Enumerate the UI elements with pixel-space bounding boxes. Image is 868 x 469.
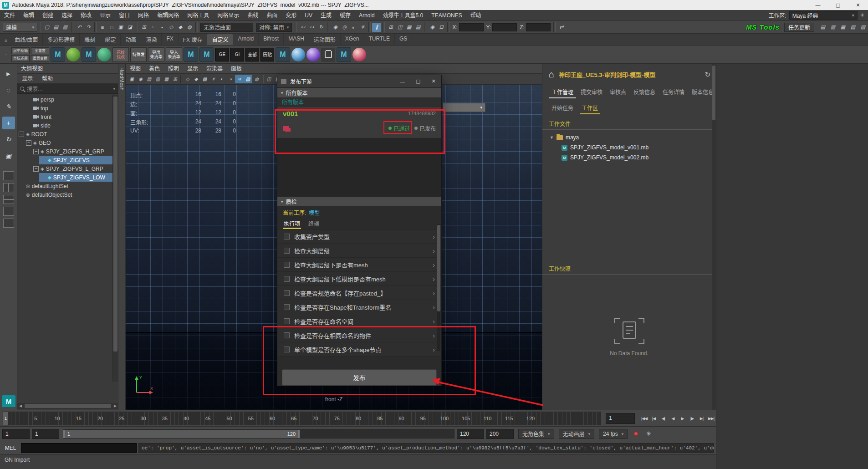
shelf-center-pivot-button[interactable]: 居中枢轴 坐标还原 bbox=[11, 47, 30, 62]
range-slider-handle[interactable]: 1 120 bbox=[63, 430, 300, 438]
layout-preset-button[interactable] bbox=[3, 219, 14, 228]
lock-camera-icon[interactable]: ◉ bbox=[136, 75, 145, 83]
chevron-right-icon[interactable]: › bbox=[433, 275, 435, 283]
channel-box-panel-icon[interactable]: ▨ bbox=[858, 23, 868, 32]
workspace-gear-icon[interactable]: ✳ bbox=[860, 12, 864, 18]
outliner-item[interactable]: defaultLightSet bbox=[17, 182, 118, 190]
hardmesh-panel-icon[interactable]: ▥ bbox=[828, 23, 838, 32]
step-forward-key-button[interactable]: |▶ bbox=[687, 413, 697, 423]
chevron-right-icon[interactable]: › bbox=[433, 233, 435, 240]
task-panel-subtab[interactable]: 开始任务 bbox=[550, 102, 575, 114]
layout-preset-button[interactable] bbox=[3, 171, 14, 180]
outliner-item[interactable]: side bbox=[17, 121, 118, 130]
shelf-tab[interactable]: 运动图形 bbox=[309, 34, 341, 45]
open-scene-icon[interactable]: ▤ bbox=[51, 23, 61, 32]
select-tool-icon[interactable]: ► bbox=[2, 67, 15, 80]
play-backwards-button[interactable]: ◀ bbox=[668, 413, 678, 423]
snap-to-curve-icon[interactable]: ≈ bbox=[148, 23, 158, 32]
shelf-history-texture-button[interactable]: 历贴 bbox=[260, 48, 274, 61]
shelf-tab[interactable]: FX bbox=[162, 34, 178, 45]
step-forward-frame-button[interactable]: ▶| bbox=[697, 413, 706, 423]
minimize-button[interactable]: — bbox=[808, 0, 828, 10]
playback-end-field[interactable]: 120 bbox=[457, 429, 484, 439]
menu-item[interactable]: 变形 bbox=[281, 10, 301, 21]
checkbox[interactable] bbox=[284, 304, 290, 310]
outliner-item[interactable]: persp bbox=[17, 95, 118, 104]
render-current-frame-icon[interactable]: ◎ bbox=[340, 23, 349, 32]
snap-to-point-icon[interactable]: • bbox=[158, 23, 167, 32]
input-connections-icon[interactable]: ↤ bbox=[298, 23, 307, 32]
tool-settings-panel-icon[interactable]: ▧ bbox=[848, 23, 858, 32]
range-slider[interactable]: 1 120 bbox=[63, 429, 454, 438]
menu-item[interactable]: TEAMONES bbox=[427, 10, 466, 21]
viewport-menu-item[interactable]: 面板 bbox=[227, 64, 246, 73]
outliner-item[interactable]: GEO bbox=[17, 138, 118, 147]
outliner-item[interactable]: ROOT bbox=[17, 130, 118, 138]
select-by-object-icon[interactable]: □ bbox=[107, 23, 116, 32]
snapshot-icon[interactable]: ◉ bbox=[428, 23, 437, 32]
viewport-menu-item[interactable]: 显示 bbox=[183, 64, 202, 73]
task-update-button[interactable]: 任务更新 bbox=[784, 23, 814, 32]
menu-item[interactable]: 网格显示 bbox=[213, 10, 243, 21]
output-connections-icon[interactable]: ↦ bbox=[307, 23, 317, 32]
axis-input[interactable] bbox=[526, 23, 551, 31]
publish-button[interactable]: 发布 bbox=[282, 369, 437, 386]
shelf-tab[interactable]: 雕刻 bbox=[80, 34, 100, 45]
file-row[interactable]: M SPJY_ZIGFVS_model_v001.mb bbox=[542, 143, 716, 153]
play-forward-button[interactable]: ▶ bbox=[678, 413, 687, 423]
menu-item[interactable]: 网格工具 bbox=[183, 10, 213, 21]
expand-toggle-icon[interactable] bbox=[26, 106, 31, 111]
current-frame-marker[interactable]: 1 bbox=[3, 412, 8, 425]
outliner-item[interactable]: SPJY_ZIGFVS bbox=[17, 156, 118, 164]
image-plane-icon[interactable]: ▦ bbox=[162, 75, 171, 83]
chevron-right-icon[interactable]: › bbox=[433, 261, 435, 269]
chevron-right-icon[interactable]: › bbox=[433, 317, 435, 325]
shelf-mel-script-button[interactable]: M bbox=[337, 47, 351, 62]
task-panel-tab[interactable]: 任务详情 bbox=[660, 86, 687, 98]
expand-toggle-icon[interactable] bbox=[19, 132, 24, 137]
checkbox[interactable] bbox=[284, 248, 290, 254]
menu-item[interactable]: 曲线 bbox=[243, 10, 262, 21]
use-all-lights-icon[interactable]: ☀ bbox=[209, 75, 218, 83]
viewport-menu-item[interactable]: 照明 bbox=[164, 64, 183, 73]
expand-toggle-icon[interactable] bbox=[26, 123, 31, 128]
shelf-tab[interactable]: MASH bbox=[284, 34, 309, 45]
shelf-tab[interactable]: 绑定 bbox=[100, 34, 121, 45]
shelf-special-button[interactable]: 特殊发 bbox=[130, 47, 147, 62]
task-panel-scrollbar[interactable] bbox=[712, 64, 716, 410]
shelf-sphere-red-button[interactable] bbox=[352, 48, 366, 61]
multisample-aa-icon[interactable]: ▨ bbox=[244, 75, 252, 83]
task-panel-tab[interactable]: 反馈信息 bbox=[631, 86, 658, 98]
shelf-tab[interactable]: Arnold bbox=[233, 34, 259, 45]
shelf-tab[interactable]: 自定义 bbox=[207, 34, 233, 45]
chevron-right-icon[interactable]: › bbox=[433, 346, 435, 353]
check-item[interactable]: 检查是否存在Shape和Transform重名 › bbox=[277, 300, 441, 314]
shelf-tab[interactable]: Bifrost bbox=[259, 34, 284, 45]
current-frame-field[interactable]: 1 bbox=[606, 413, 635, 424]
check-item[interactable]: 收集资产类型 › bbox=[277, 229, 441, 244]
shelf-menu-icon[interactable]: ≡ bbox=[2, 38, 10, 45]
outliner-search[interactable]: 搜索... ▾ bbox=[17, 84, 118, 94]
menu-item[interactable]: 编辑 bbox=[19, 10, 38, 21]
outliner-menu-item[interactable]: 帮助 bbox=[37, 74, 57, 83]
check-item[interactable]: 检查大纲层级 › bbox=[277, 244, 441, 258]
task-panel-subtab[interactable]: 工作区 bbox=[580, 102, 600, 114]
dialog-scrollbar[interactable] bbox=[437, 224, 440, 351]
modeling-toolkit-panel-icon[interactable]: ▤ bbox=[818, 23, 828, 32]
check-item[interactable]: 检查大纲层级下是否有mesh › bbox=[277, 258, 441, 272]
menu-item[interactable]: 窗口 bbox=[115, 10, 134, 21]
menu-item[interactable]: 帮助 bbox=[466, 10, 485, 21]
menu-item[interactable]: Arnold bbox=[355, 10, 379, 21]
menu-item[interactable]: 创建 bbox=[38, 10, 57, 21]
layout-four-view-icon[interactable]: ⊞ bbox=[386, 23, 395, 32]
shelf-gi-button[interactable]: GI bbox=[230, 48, 244, 61]
menu-item[interactable]: 缓存 bbox=[336, 10, 355, 21]
shelf-pattern-button[interactable]: 花纹 伐改 bbox=[112, 47, 129, 62]
check-item[interactable]: 检查是否规范命名【存在pasted_】 › bbox=[277, 286, 441, 300]
dialog-close-button[interactable]: ✕ bbox=[426, 75, 441, 88]
check-item[interactable]: 检查是否存在相同命名的物件 › bbox=[277, 328, 441, 342]
select-by-component-icon[interactable]: ▣ bbox=[116, 23, 125, 32]
textured-icon[interactable]: ▩ bbox=[200, 75, 209, 83]
undo-icon[interactable]: ↶ bbox=[75, 23, 84, 32]
task-panel-tab[interactable]: 审核点 bbox=[607, 86, 629, 98]
